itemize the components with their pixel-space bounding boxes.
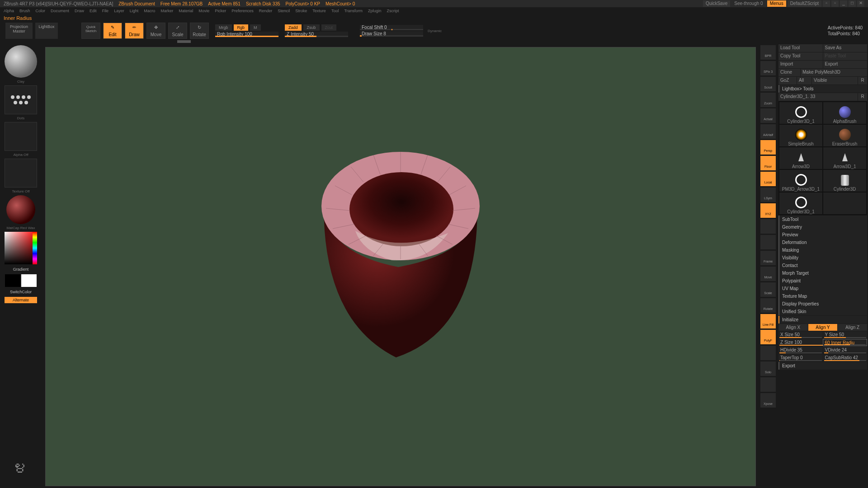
menu-render[interactable]: Render (259, 9, 273, 13)
align-z-button[interactable]: Align Z (838, 324, 867, 331)
capsubratio-slider[interactable]: CapSubRatio 42 (823, 354, 868, 361)
side-bpr[interactable]: BPR (760, 45, 776, 60)
goz-all-button[interactable]: All (797, 77, 811, 84)
lightbox-tools-header[interactable]: Lightbox> Tools (778, 85, 867, 93)
side-scroll[interactable]: Scroll (760, 77, 776, 91)
menu-zscript[interactable]: Zscript (387, 9, 399, 13)
side-scale[interactable]: Scale (760, 282, 776, 297)
canvas-h-scrollbar[interactable] (42, 40, 826, 43)
section-geometry[interactable]: Geometry (778, 223, 867, 231)
menu-color[interactable]: Color (36, 9, 46, 13)
tapertop-slider[interactable]: TaperTop 0 (778, 354, 823, 361)
section-contact[interactable]: Contact (778, 262, 867, 269)
side-btn11[interactable] (760, 219, 776, 234)
default-zscript[interactable]: DefaultZScript (788, 0, 821, 7)
load-tool-button[interactable]: Load Tool (778, 44, 823, 52)
tool-simplebrush[interactable]: SimpleBrush (779, 125, 822, 146)
rgb-button[interactable]: Rgb (234, 24, 249, 31)
edit-mode-button[interactable]: ✎Edit (103, 23, 122, 39)
rotate-mode-button[interactable]: ↻Rotate (190, 23, 209, 39)
section-deformation[interactable]: Deformation (778, 239, 867, 246)
goz-visible-button[interactable]: Visible (812, 77, 858, 84)
alpha-thumb[interactable] (5, 122, 37, 151)
zcut-button[interactable]: Zcut (321, 24, 337, 31)
goz-button[interactable]: GoZ (778, 77, 797, 84)
side-xpose[interactable]: Xpose (760, 393, 776, 408)
stroke-thumb[interactable] (5, 85, 37, 114)
paste-tool-button[interactable]: Paste Tool (823, 52, 868, 60)
gradient-toggle[interactable]: Gradient (5, 266, 37, 272)
dynamic-toggle[interactable]: Dynamic (428, 29, 442, 33)
side-lsym[interactable]: LSym (760, 188, 776, 202)
menu-draw[interactable]: Draw (75, 9, 84, 13)
zsub-button[interactable]: Zsub (303, 24, 320, 31)
make-polymesh-button[interactable]: Make PolyMesh3D (801, 69, 867, 76)
tool-empty[interactable] (823, 192, 866, 214)
side-zoom[interactable]: Zoom (760, 93, 776, 107)
save-as-button[interactable]: Save As (823, 44, 868, 52)
section-polypaint[interactable]: Polypaint (778, 277, 867, 285)
side-spix-3[interactable]: SPix 3 (760, 61, 776, 75)
switch-color-button[interactable]: SwitchColor (5, 289, 37, 295)
menu-tool[interactable]: Tool (331, 9, 339, 13)
side-btn19[interactable] (760, 346, 776, 360)
export-header[interactable]: Export (778, 362, 867, 370)
hdivide-slider[interactable]: HDivide 35 (778, 347, 823, 354)
initialize-header[interactable]: Initialize (778, 316, 867, 324)
side-line-fill[interactable]: Line Fill (760, 314, 776, 328)
quicksketch-button[interactable]: Quick Sketch (81, 23, 100, 39)
section-subtool[interactable]: SubTool (778, 216, 867, 223)
draw-size-slider[interactable]: Draw Size 8 (360, 31, 423, 37)
side-solo[interactable]: Solo (760, 361, 776, 376)
draw-mode-button[interactable]: ✏Draw (125, 23, 144, 39)
alternate-button[interactable]: Alternate (5, 297, 37, 303)
menu-document[interactable]: Document (51, 9, 69, 13)
rgb-intensity-slider[interactable]: Rgb Intensity 100 (215, 32, 278, 37)
projection-master-button[interactable]: Projection Master (5, 23, 33, 39)
main-color-swatch[interactable] (5, 274, 20, 287)
canvas[interactable] (45, 47, 756, 486)
seethrough-slider[interactable]: See-through 0 (731, 0, 765, 7)
tool-pm3d_arrow3d_1[interactable]: PM3D_Arrow3D_1 (779, 170, 822, 192)
menu-stencil[interactable]: Stencil (278, 9, 290, 13)
move-mode-button[interactable]: ✥Move (146, 23, 165, 39)
side-move[interactable]: Move (760, 267, 776, 281)
side-btn21[interactable] (760, 377, 776, 392)
tool-arrow3d_1[interactable]: Arrow3D_1 (823, 147, 866, 169)
maximize-icon[interactable]: □ (849, 0, 856, 7)
menu-preferences[interactable]: Preferences (231, 9, 254, 13)
menu-alpha[interactable]: Alpha (4, 9, 14, 13)
side-rotate[interactable]: Rotate (760, 298, 776, 313)
section-texture-map[interactable]: Texture Map (778, 292, 867, 300)
import-button[interactable]: Import (778, 61, 823, 68)
tool-cylinder3d[interactable]: Cylinder3D (823, 170, 866, 192)
section-visibility[interactable]: Visibility (778, 254, 867, 262)
tool-arrow3d[interactable]: Arrow3D (779, 147, 822, 169)
goz-r-button[interactable]: R (858, 77, 867, 84)
menu-movie[interactable]: Movie (198, 9, 209, 13)
section-uv-map[interactable]: UV Map (778, 285, 867, 292)
tool-alphabrush[interactable]: AlphaBrush (823, 102, 866, 124)
texture-thumb[interactable] (5, 159, 37, 188)
color-picker[interactable] (5, 232, 37, 264)
section-unified-skin[interactable]: Unified Skin (778, 308, 867, 315)
tool-eraserbrush[interactable]: EraserBrush (823, 125, 866, 146)
tool-cylinder3d_1[interactable]: Cylinder3D_1 (779, 192, 822, 214)
clone-button[interactable]: Clone (778, 69, 800, 76)
z-size-slider[interactable]: Z Size 100 (778, 339, 822, 346)
secondary-color-swatch[interactable] (21, 274, 37, 287)
copy-tool-button[interactable]: Copy Tool (778, 52, 823, 60)
side-frame[interactable]: Frame (760, 251, 776, 265)
side-polyf[interactable]: PolyF (760, 330, 776, 344)
menu-material[interactable]: Material (179, 9, 193, 13)
mrgb-button[interactable]: Mrgb (215, 24, 232, 31)
section-preview[interactable]: Preview (778, 231, 867, 239)
menu-stroke[interactable]: Stroke (295, 9, 307, 13)
menu-marker[interactable]: Marker (160, 9, 173, 13)
scale-mode-button[interactable]: ⤢Scale (168, 23, 187, 39)
m-button[interactable]: M (250, 24, 261, 31)
brush-thumb[interactable] (5, 45, 37, 78)
menu-brush[interactable]: Brush (19, 9, 30, 13)
section-display-properties[interactable]: Display Properties (778, 300, 867, 308)
side-xyz[interactable]: XYZ (760, 203, 776, 218)
